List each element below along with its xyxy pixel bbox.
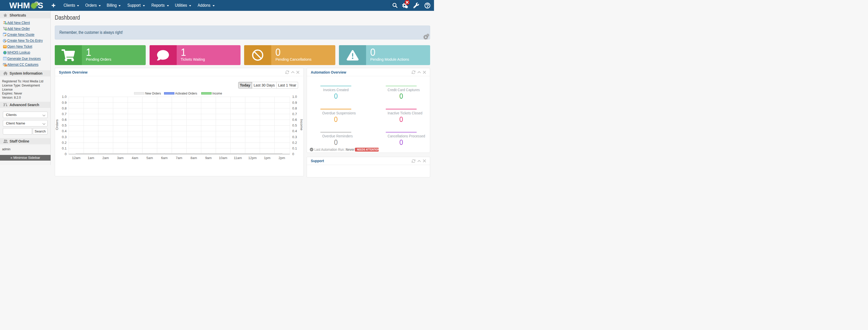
svg-text:7am: 7am: [176, 156, 182, 160]
svg-text:2am: 2am: [102, 156, 109, 160]
svg-text:3am: 3am: [117, 156, 123, 160]
svg-text:8am: 8am: [190, 156, 197, 160]
svg-text:0.3: 0.3: [62, 135, 66, 139]
svg-text:Income: Income: [300, 119, 303, 130]
svg-text:0.2: 0.2: [62, 141, 66, 144]
svg-text:12am: 12am: [72, 156, 80, 160]
svg-text:1.0: 1.0: [292, 95, 297, 99]
svg-text:0.3: 0.3: [292, 135, 297, 139]
svg-text:0.4: 0.4: [292, 129, 297, 133]
svg-text:1pm: 1pm: [264, 156, 270, 160]
svg-text:WHM: WHM: [9, 1, 30, 10]
svg-text:0.5: 0.5: [62, 124, 66, 127]
svg-text:11am: 11am: [234, 156, 242, 160]
svg-text:0: 0: [292, 152, 294, 156]
svg-text:1.0: 1.0: [62, 95, 66, 99]
svg-text:0.7: 0.7: [292, 112, 297, 116]
svg-text:0.7: 0.7: [62, 112, 66, 116]
svg-text:0.8: 0.8: [292, 106, 297, 110]
svg-text:0.4: 0.4: [62, 129, 66, 133]
svg-text:9am: 9am: [205, 156, 212, 160]
svg-text:0.9: 0.9: [292, 101, 297, 105]
svg-text:0.1: 0.1: [62, 146, 66, 150]
svg-text:10am: 10am: [219, 156, 227, 160]
svg-text:0.8: 0.8: [62, 106, 66, 110]
svg-text:1am: 1am: [88, 156, 94, 160]
svg-text:0.9: 0.9: [62, 101, 66, 105]
svg-text:0.2: 0.2: [292, 141, 297, 144]
svg-text:Orders: Orders: [55, 119, 59, 130]
svg-text:6am: 6am: [161, 156, 167, 160]
svg-text:4am: 4am: [131, 156, 138, 160]
svg-text:S: S: [38, 1, 43, 10]
svg-text:0.6: 0.6: [62, 118, 66, 122]
svg-text:0: 0: [65, 152, 66, 156]
svg-text:5am: 5am: [146, 156, 153, 160]
svg-text:0.6: 0.6: [292, 118, 297, 122]
svg-text:2pm: 2pm: [278, 156, 285, 160]
svg-text:0.5: 0.5: [292, 124, 297, 127]
svg-text:12pm: 12pm: [248, 156, 257, 160]
svg-text:0.1: 0.1: [292, 146, 297, 150]
